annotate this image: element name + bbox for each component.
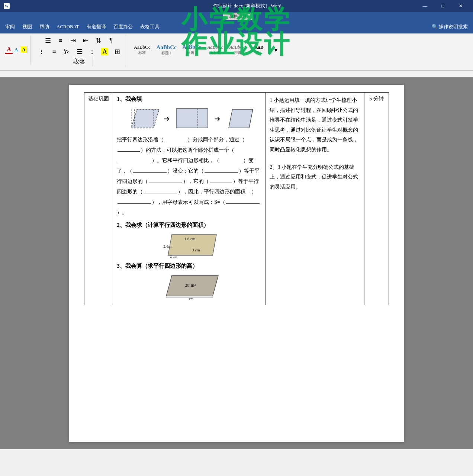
arrow-icon-2: ➜ [214, 114, 221, 123]
svg-text:___cm: ___cm [183, 297, 193, 300]
list-bullets-button[interactable]: ☰ [42, 36, 54, 45]
svg-text:1.6 cm²: 1.6 cm² [184, 237, 197, 241]
svg-text:3 cm: 3 cm [192, 248, 200, 252]
style-heading2[interactable]: AaBbCc 标题 2 [180, 43, 204, 57]
section2-image-container: 1.6 cm² 3 cm 2.4cm 2 cm [117, 231, 262, 259]
style-normal[interactable]: AaBbCc 标准 [131, 43, 153, 57]
section2-image: 1.6 cm² 3 cm 2.4cm 2 cm [159, 231, 220, 259]
close-button[interactable]: ✕ [452, 0, 469, 12]
style-subtitle[interactable]: AaBbCc 副标题 [205, 43, 226, 57]
ribbon-paragraph-group: ☰ ≡ ⇥ ⇤ ⇅ ¶ ⫶ [33, 35, 126, 67]
menu-youdao[interactable]: 有道翻译 [83, 22, 110, 32]
cell-time: 5 分钟 [364, 93, 389, 305]
menu-search[interactable]: 🔍 操作说明搜索 [428, 22, 472, 32]
blank-1 [164, 141, 187, 141]
menu-baidu[interactable]: 百度办公 [110, 22, 136, 32]
cell-exercises: 1、我会填 ➜ [113, 93, 266, 305]
shading-button[interactable]: A [99, 46, 111, 57]
align-center-button[interactable]: ≡ [48, 47, 60, 57]
search-icon: 🔍 [432, 24, 438, 29]
maximize-button[interactable]: □ [434, 0, 451, 12]
svg-marker-0 [131, 109, 159, 128]
blank-3 [118, 162, 151, 162]
section-label: 基础巩固 [88, 96, 109, 102]
blank-6 [205, 172, 238, 173]
blank-9 [144, 193, 177, 193]
blank-8 [210, 183, 232, 183]
table-row: 基础巩固 1、我会填 [84, 93, 389, 305]
parallelogram-illustration: ➜ ➜ [117, 106, 262, 132]
exercise-fill-text: 把平行四边形沿着（）分成两个部分，通过（）的方法，可以把这两个部分拼成一个（）。… [117, 135, 262, 218]
paragraph-group-label: 段落 [66, 57, 93, 66]
blank-2 [118, 151, 140, 152]
svg-text:2.4cm: 2.4cm [163, 244, 173, 248]
style-heading1[interactable]: AaBbCc 标题 1 [154, 43, 179, 57]
menu-view[interactable]: 视图 [19, 22, 36, 32]
blank-11 [226, 203, 260, 204]
style-more[interactable]: AaB 要... [249, 43, 269, 57]
section3-image-container: 28 m² ___cm [117, 272, 262, 300]
cell-label: 基础巩固 [84, 93, 113, 305]
menu-acrobat[interactable]: ACROBAT [53, 22, 83, 31]
align-right-button[interactable]: ⫸ [61, 47, 73, 57]
section3-title: 3、我会算（求平行四边形的高） [117, 263, 262, 270]
styles-expand-button[interactable]: ▾ [270, 45, 282, 55]
blank-5 [133, 172, 167, 173]
blank-10 [118, 203, 151, 204]
text-highlight-button[interactable]: A [20, 46, 28, 53]
analysis-part1: 1 小题运用填一填的方式让学生梳理小结，描述推导过程，在回顾中让公式的推导不在结… [270, 96, 360, 155]
time-label: 5 分钟 [369, 96, 384, 102]
para-left-svg [124, 106, 159, 132]
ribbon-styles-group: AaBbCc 标准 AaBbCc 标题 1 AaBbCc 标题 2 AaBbCc… [129, 35, 284, 65]
ribbon-font-group: A A A [3, 35, 30, 65]
tab-bar: 表格工具 [0, 12, 473, 20]
arrow-icon: ➜ [164, 114, 170, 123]
para-right-svg [174, 106, 210, 132]
section2-title: 2、我会求（计算平行四边形的面积） [117, 222, 262, 229]
align-left-button[interactable]: ⫶ [36, 47, 48, 57]
analysis-part2: 2、3 小题在学生充分明确公式的基础上，通过应用和变式，促进学生对公式的灵活应用… [270, 163, 360, 192]
border-button[interactable]: ⊞ [112, 47, 123, 57]
font-style-button[interactable]: A [14, 47, 19, 53]
font-color-button[interactable]: A [5, 46, 13, 54]
svg-text:28 m²: 28 m² [185, 283, 196, 288]
menu-review[interactable]: 审阅 [1, 22, 19, 32]
section1-title: 1、我会填 [117, 96, 262, 103]
window-controls: — □ ✕ [416, 0, 469, 12]
list-numbers-button[interactable]: ≡ [55, 36, 67, 45]
cell-analysis: 1 小题运用填一填的方式让学生梳理小结，描述推导过程，在回顾中让公式的推导不在结… [266, 93, 364, 305]
blank-7 [149, 183, 182, 183]
tab-table-tools[interactable]: 表格工具 [223, 13, 253, 20]
svg-text:2 cm: 2 cm [170, 254, 177, 258]
indent-increase-button[interactable]: ⇥ [67, 36, 79, 45]
minimize-button[interactable]: — [416, 0, 434, 12]
svg-marker-6 [229, 109, 253, 128]
ruler [0, 71, 473, 77]
indent-decrease-button[interactable]: ⇤ [80, 36, 92, 45]
document-page: 基础巩固 1、我会填 [69, 85, 404, 442]
para-final-svg [225, 106, 255, 132]
content-table: 基础巩固 1、我会填 [84, 92, 389, 305]
title-bar: W 作业设计.docx [兼容模式] - Word — □ ✕ [0, 0, 473, 12]
show-hide-button[interactable]: ¶ [105, 36, 117, 45]
style-emphasis[interactable]: AaBbCc 强调 [227, 43, 248, 57]
menu-help[interactable]: 帮助 [36, 22, 53, 32]
document-area: 基础巩固 1、我会填 [0, 77, 473, 449]
sort-button[interactable]: ⇅ [93, 36, 104, 45]
section3-image: 28 m² ___cm [159, 272, 220, 300]
line-spacing-button[interactable]: ↕ [86, 47, 98, 57]
ribbon: A A A ☰ ≡ ⇥ ⇤ [0, 33, 473, 71]
menu-table-tools[interactable]: 表格工具 [136, 22, 163, 32]
justify-button[interactable]: ☰ [74, 47, 86, 57]
window-title: 作业设计.docx [兼容模式] - Word [78, 3, 416, 9]
svg-rect-4 [176, 109, 208, 128]
menu-bar: 审阅 视图 帮助 ACROBAT 有道翻译 百度办公 表格工具 🔍 操作说明搜索 [0, 20, 473, 33]
blank-4 [220, 162, 242, 162]
